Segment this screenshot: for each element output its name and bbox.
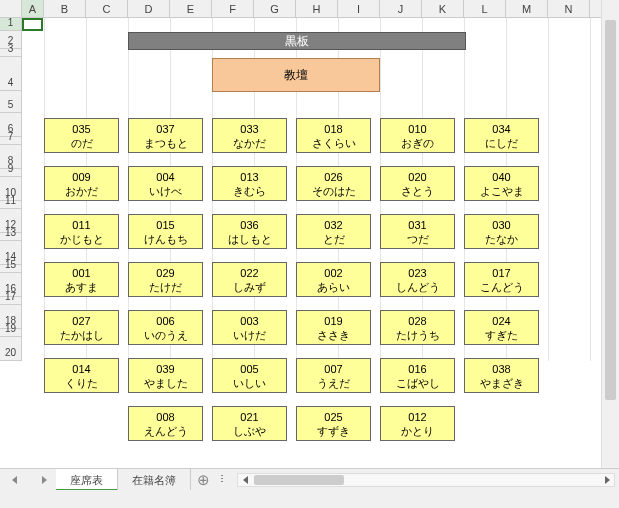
- seat[interactable]: 005いしい: [212, 358, 287, 393]
- col-header-M[interactable]: M: [506, 0, 548, 17]
- col-header-B[interactable]: B: [44, 0, 86, 17]
- add-sheet-button[interactable]: ⊕: [191, 471, 215, 489]
- select-all-corner[interactable]: [0, 0, 22, 17]
- col-header-L[interactable]: L: [464, 0, 506, 17]
- hscroll-thumb[interactable]: [254, 475, 344, 485]
- seat[interactable]: 003いけだ: [212, 310, 287, 345]
- row-header-9[interactable]: 9: [0, 169, 22, 177]
- row-header-20[interactable]: 20: [0, 337, 22, 361]
- row-header-7[interactable]: 7: [0, 137, 22, 145]
- tab-nav-prev[interactable]: [0, 469, 28, 491]
- hscroll-right[interactable]: [600, 474, 614, 486]
- cell-cursor: [22, 18, 43, 31]
- seat[interactable]: 012かとり: [380, 406, 455, 441]
- triangle-left-icon: [243, 476, 248, 484]
- seat[interactable]: 008えんどう: [128, 406, 203, 441]
- col-header-J[interactable]: J: [380, 0, 422, 17]
- blackboard: 黒板: [128, 32, 466, 50]
- vscroll-thumb[interactable]: [605, 20, 616, 400]
- hscroll-left[interactable]: [238, 474, 252, 486]
- seat[interactable]: 010おぎの: [380, 118, 455, 153]
- sheet-area[interactable]: 黒板 教壇 035のだ037まつもと033なかだ018さくらい010おぎの034…: [22, 18, 601, 361]
- seat[interactable]: 002あらい: [296, 262, 371, 297]
- seat-number: 011: [45, 218, 118, 232]
- seat[interactable]: 011かじもと: [44, 214, 119, 249]
- status-bar: [0, 490, 619, 508]
- col-header-N[interactable]: N: [548, 0, 590, 17]
- seat[interactable]: 036はしもと: [212, 214, 287, 249]
- seat-name: すぎた: [465, 328, 538, 342]
- col-header-A[interactable]: A: [22, 0, 44, 17]
- sheet-tab-roster[interactable]: 在籍名簿: [118, 469, 191, 491]
- row-header-11[interactable]: 11: [0, 201, 22, 209]
- seat[interactable]: 018さくらい: [296, 118, 371, 153]
- tab-nav-next[interactable]: [28, 469, 56, 491]
- col-header-H[interactable]: H: [296, 0, 338, 17]
- seat-name: すずき: [297, 424, 370, 438]
- col-header-K[interactable]: K: [422, 0, 464, 17]
- col-header-E[interactable]: E: [170, 0, 212, 17]
- seat[interactable]: 023しんどう: [380, 262, 455, 297]
- seat[interactable]: 030たなか: [464, 214, 539, 249]
- splitter[interactable]: [215, 474, 229, 486]
- seat[interactable]: 006いのうえ: [128, 310, 203, 345]
- seat-number: 020: [381, 170, 454, 184]
- seat-name: いけべ: [129, 184, 202, 198]
- seat-name: そのはた: [297, 184, 370, 198]
- seat-name: くりた: [45, 376, 118, 390]
- seat-number: 040: [465, 170, 538, 184]
- col-header-G[interactable]: G: [254, 0, 296, 17]
- seat[interactable]: 037まつもと: [128, 118, 203, 153]
- seat[interactable]: 009おかだ: [44, 166, 119, 201]
- seat-name: さとう: [381, 184, 454, 198]
- seat[interactable]: 032とだ: [296, 214, 371, 249]
- seat[interactable]: 014くりた: [44, 358, 119, 393]
- seat[interactable]: 015けんもち: [128, 214, 203, 249]
- seat-number: 015: [129, 218, 202, 232]
- seat-name: きむら: [213, 184, 286, 198]
- seat[interactable]: 024すぎた: [464, 310, 539, 345]
- seat[interactable]: 021しぶや: [212, 406, 287, 441]
- seat[interactable]: 031つだ: [380, 214, 455, 249]
- row-header-1[interactable]: 1: [0, 18, 22, 31]
- row-header-5[interactable]: 5: [0, 91, 22, 113]
- seat[interactable]: 004いけべ: [128, 166, 203, 201]
- row-header-15[interactable]: 15: [0, 265, 22, 273]
- seat[interactable]: 040よこやま: [464, 166, 539, 201]
- seat[interactable]: 038やまざき: [464, 358, 539, 393]
- seat-number: 018: [297, 122, 370, 136]
- row-header-13[interactable]: 13: [0, 233, 22, 241]
- row-header-17[interactable]: 17: [0, 297, 22, 305]
- seat-number: 024: [465, 314, 538, 328]
- row-header-3[interactable]: 3: [0, 49, 22, 57]
- seat[interactable]: 035のだ: [44, 118, 119, 153]
- seat[interactable]: 016こばやし: [380, 358, 455, 393]
- seat[interactable]: 022しみず: [212, 262, 287, 297]
- col-header-I[interactable]: I: [338, 0, 380, 17]
- seat[interactable]: 026そのはた: [296, 166, 371, 201]
- seat[interactable]: 001あすま: [44, 262, 119, 297]
- seat[interactable]: 039やました: [128, 358, 203, 393]
- col-header-F[interactable]: F: [212, 0, 254, 17]
- seat[interactable]: 034にしだ: [464, 118, 539, 153]
- seat-number: 013: [213, 170, 286, 184]
- seat[interactable]: 013きむら: [212, 166, 287, 201]
- sheet-tab-seating[interactable]: 座席表: [56, 469, 118, 491]
- seat[interactable]: 033なかだ: [212, 118, 287, 153]
- col-header-C[interactable]: C: [86, 0, 128, 17]
- horizontal-scrollbar[interactable]: [237, 473, 615, 487]
- seat[interactable]: 028たけうち: [380, 310, 455, 345]
- row-header-19[interactable]: 19: [0, 329, 22, 337]
- seat[interactable]: 025すずき: [296, 406, 371, 441]
- seat[interactable]: 029たけだ: [128, 262, 203, 297]
- seat[interactable]: 020さとう: [380, 166, 455, 201]
- row-header-4[interactable]: 4: [0, 57, 22, 91]
- seat[interactable]: 027たかはし: [44, 310, 119, 345]
- col-header-D[interactable]: D: [128, 0, 170, 17]
- seat[interactable]: 007うえだ: [296, 358, 371, 393]
- seat-number: 022: [213, 266, 286, 280]
- seat[interactable]: 017こんどう: [464, 262, 539, 297]
- vertical-scrollbar[interactable]: [601, 0, 619, 468]
- seat[interactable]: 019ささき: [296, 310, 371, 345]
- seat-name: たけだ: [129, 280, 202, 294]
